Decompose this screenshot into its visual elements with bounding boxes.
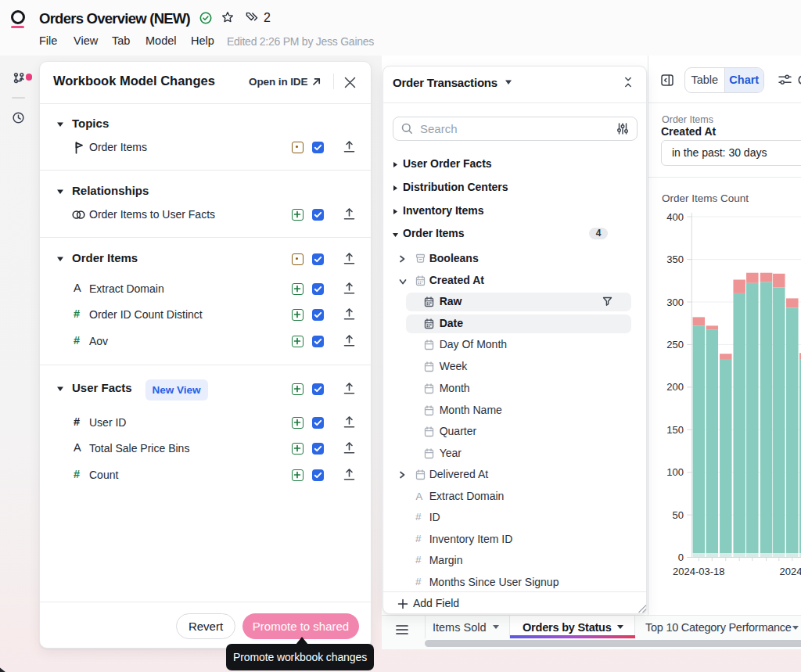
svg-text:2024-04-01: 2024-04-01 [780,566,801,577]
svg-text:2024-03-18: 2024-03-18 [673,566,725,577]
svg-text:150: 150 [666,424,684,436]
svg-text:250: 250 [666,339,684,350]
svg-text:0: 0 [678,552,684,563]
svg-text:200: 200 [666,381,684,393]
svg-text:350: 350 [666,253,684,265]
svg-text:100: 100 [666,466,684,478]
svg-text:400: 400 [666,211,684,223]
svg-text:300: 300 [666,296,684,308]
svg-text:50: 50 [673,509,684,521]
